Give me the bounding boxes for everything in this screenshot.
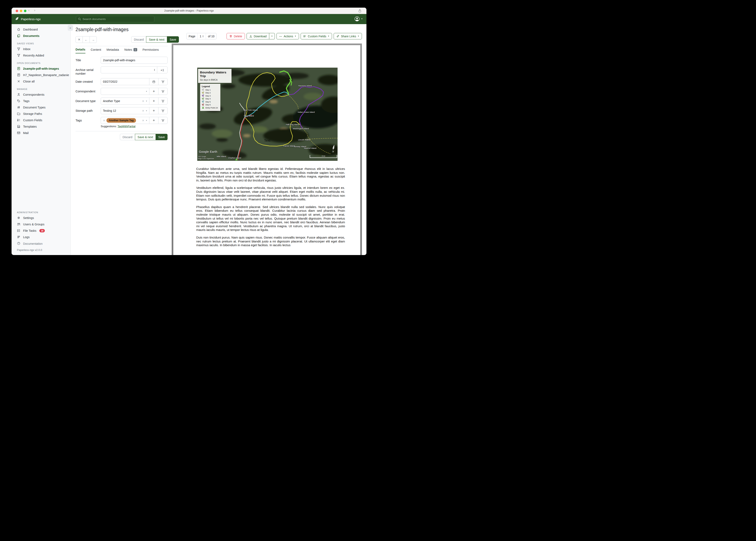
sidebar-collapse-button[interactable]: « [68,25,73,31]
sidebar-item-custom-fields[interactable]: Custom Fields [12,117,70,123]
user-menu[interactable]: ▼ [354,16,363,22]
date-created-input[interactable] [101,78,149,85]
share-links-button[interactable]: Share Links▼ [334,33,362,39]
document-type-filter-button[interactable] [158,98,167,104]
sidebar-item-documentation[interactable]: Documentation [12,240,70,247]
map-label-mile-island: Mile Island [217,155,226,158]
save-next-button[interactable]: Save & next [146,36,167,43]
suggestion-link[interactable]: TagWithPartial [118,125,136,128]
sidebar-section-open-documents: OPEN DOCUMENTS [17,62,70,64]
page-navigator: Page 1 ▲▼ of 10 [186,33,217,39]
chevron-down-icon[interactable]: ▼ [146,91,147,92]
legend-marker-icon [202,106,204,109]
link-icon [336,35,339,38]
search-input[interactable] [83,18,152,21]
sidebar-item-h7-napoleon-bonaparte-zadanie[interactable]: H7_Napoleon_Bonaparte_zadanie [12,72,70,78]
date-created-label: Date created [76,78,101,85]
clear-icon[interactable]: ✕ [142,100,144,103]
page-title: 2sample-pdf-with-images [76,27,129,32]
add-tag-button[interactable]: + [149,117,158,124]
page-stepper[interactable]: ▲▼ [202,35,204,38]
sidebar-item-logs[interactable]: Logs [12,234,70,240]
asn-stepper[interactable]: ▲▼ [154,69,155,71]
chevron-down-icon[interactable]: ▼ [146,110,147,112]
sidebar-item-dashboard[interactable]: Dashboard [12,26,70,33]
calendar-button[interactable] [149,78,158,85]
page-number-field[interactable]: 1 ▲▼ [197,33,206,39]
share-icon[interactable] [358,9,362,14]
sidebar-item-recently-added[interactable]: Recently Added [12,52,70,59]
sidebar-item-label: File Tasks [23,229,36,233]
sidebar-item-templates[interactable]: Templates [12,123,70,130]
save-button[interactable]: Save [156,134,168,140]
notes-count-badge: 1 [133,48,137,51]
sidebar-item-tags[interactable]: Tags [12,98,70,104]
chevron-down-icon[interactable]: ▼ [146,120,147,122]
sidebar-item-users-groups[interactable]: Users & Groups [12,221,70,228]
title-input[interactable] [101,57,167,64]
page-label: Page [187,33,197,39]
document-type-label: Document type [76,98,101,105]
title-row: Title [76,57,168,64]
sidebar-item-mail[interactable]: Mail [12,130,70,136]
correspondent-filter-button[interactable] [158,88,167,95]
custom-fields-button[interactable]: Custom Fields▼ [301,33,332,39]
storage-path-filter-button[interactable] [158,107,167,114]
tab-details[interactable]: Details [76,48,85,53]
legend-label: Entry Point 24 [206,107,218,109]
tab-metadata[interactable]: Metadata [106,48,119,53]
discard-button[interactable]: Discard [120,134,135,140]
chevron-down-icon[interactable]: ▼ [146,100,147,102]
tags-filter-button[interactable] [158,117,167,124]
app-brand[interactable]: Paperless-ngx [14,17,41,22]
sidebar-item-2sample-pdf-with-images[interactable]: 2sample-pdf-with-images [12,65,70,72]
download-button[interactable]: Download [247,33,269,39]
sidebar-item-settings[interactable]: Settings [12,215,70,221]
remove-tag-icon[interactable]: ✕ [103,119,105,122]
save-next-button[interactable]: Save & next [135,134,156,140]
download-options-button[interactable]: ▼ [269,33,275,39]
asn-input[interactable] [101,67,152,73]
clear-icon[interactable]: ✕ [142,119,144,122]
storage-path-select[interactable]: Testing 12 [101,107,140,114]
sidebar-item-documents[interactable]: Documents [12,33,70,39]
document-type-select[interactable]: Another Type [101,98,140,104]
save-button[interactable]: Save [167,36,179,43]
asn-plus-one-button[interactable]: +1 [157,67,167,73]
tags-select[interactable]: ✕ Another Sample Tag [101,117,140,124]
tag-chip[interactable]: Another Sample Tag [106,118,136,123]
add-storage-path-button[interactable]: + [149,107,158,114]
tab-content[interactable]: Content [91,48,101,53]
sidebar-item-label: Storage Paths [23,112,42,116]
date-filter-button[interactable] [158,78,167,85]
mail-icon [17,131,20,135]
app-version: Paperless-ngx v2.0.0 [12,247,70,255]
sidebar-item-document-types[interactable]: Document Types [12,104,70,111]
filter-icon [161,90,164,93]
correspondent-select[interactable] [101,88,144,95]
clear-icon[interactable]: ✕ [142,109,144,112]
sidebar-item-correspondents[interactable]: Correspondents [12,91,70,98]
gear-icon [17,216,20,220]
tab-permissions[interactable]: Permissions [143,48,159,53]
discard-button[interactable]: Discard [131,36,146,43]
person-icon [17,93,20,96]
tab-notes[interactable]: Notes1 [124,48,137,53]
actions-button[interactable]: ⋯ Actions▼ [276,33,299,39]
search-bar[interactable] [76,16,154,22]
download-icon [249,35,252,38]
sidebar-item-inbox[interactable]: Inbox [12,46,70,52]
sidebar-item-storage-paths[interactable]: Storage Paths [12,111,70,117]
template-icon [17,125,20,128]
document-toolbar: Page 1 ▲▼ of 10 Delete Download [186,33,362,39]
add-correspondent-button[interactable]: + [149,88,158,95]
close-document-button[interactable]: ✕ [76,36,83,43]
add-document-type-button[interactable]: + [149,98,158,104]
map-label-charlies-island: Charlies Island [228,157,241,159]
previous-document-button[interactable]: ← [83,36,90,43]
sidebar-item-file-tasks[interactable]: File Tasks16 [12,228,70,234]
next-document-button[interactable]: → [90,36,97,43]
pdf-preview-pane[interactable]: Hausons IslandNew York IslandGary Island… [172,44,362,255]
delete-button[interactable]: Delete [227,33,245,39]
sidebar-item-close-all[interactable]: Close all [12,78,70,85]
